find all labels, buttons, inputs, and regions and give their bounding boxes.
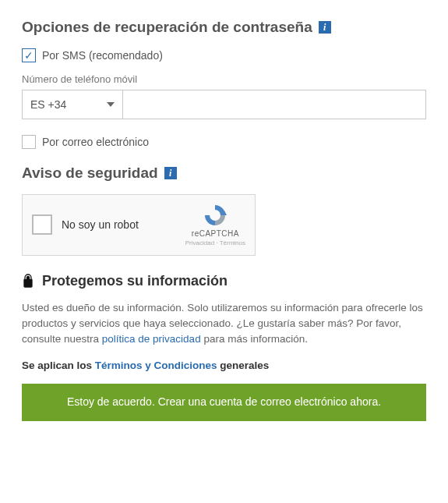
lock-icon [22,274,34,288]
info-icon[interactable]: i [319,21,331,34]
recaptcha-widget[interactable]: No soy un robot reCAPTCHA Privacidad · T… [22,194,256,256]
privacy-policy-link[interactable]: política de privacidad [102,333,201,345]
recaptcha-logo-icon [203,203,228,228]
recaptcha-checkbox[interactable] [32,214,52,235]
protect-info-paragraph: Usted es dueño de su información. Solo u… [22,300,426,348]
terms-conditions-link[interactable]: Términos y Condiciones [95,360,217,371]
email-option-label: Por correo electrónico [42,136,149,148]
checkbox-checked-icon[interactable]: ✓ [22,48,36,62]
country-code-select[interactable]: ES +34 [22,90,123,119]
recaptcha-legal-text: Privacidad · Términos [185,239,245,247]
terms-line: Se aplican los Términos y Condiciones ge… [22,360,426,371]
chevron-down-icon [107,102,115,107]
recovery-options-heading: Opciones de recuperación de contraseña i [22,19,426,36]
sms-option-label: Por SMS (recomendado) [42,49,163,62]
email-option-row[interactable]: Por correo electrónico [22,135,426,149]
agree-create-account-button[interactable]: Estoy de acuerdo. Crear una cuenta de co… [22,384,426,421]
protect-info-heading: Protegemos su información [22,273,426,289]
info-icon[interactable]: i [164,167,177,179]
security-notice-title: Aviso de seguridad [22,165,158,182]
recaptcha-brand-text: reCAPTCHA [185,229,245,239]
recovery-options-title: Opciones de recuperación de contraseña [22,19,312,36]
recaptcha-branding: reCAPTCHA Privacidad · Términos [185,203,245,247]
terms-prefix: Se aplican los [22,360,95,371]
phone-input-group: ES +34 [22,90,426,119]
protect-info-title: Protegemos su información [42,273,228,289]
security-notice-heading: Aviso de seguridad i [22,165,426,182]
checkbox-unchecked-icon[interactable] [22,135,36,149]
recaptcha-label: No soy un robot [62,218,185,231]
phone-number-input[interactable] [123,90,426,119]
country-code-value: ES +34 [30,98,66,111]
sms-option-row[interactable]: ✓ Por SMS (recomendado) [22,48,426,62]
terms-suffix: generales [217,360,270,371]
phone-field-label: Número de teléfono móvil [22,73,426,85]
protect-text-post: para más información. [201,333,308,345]
